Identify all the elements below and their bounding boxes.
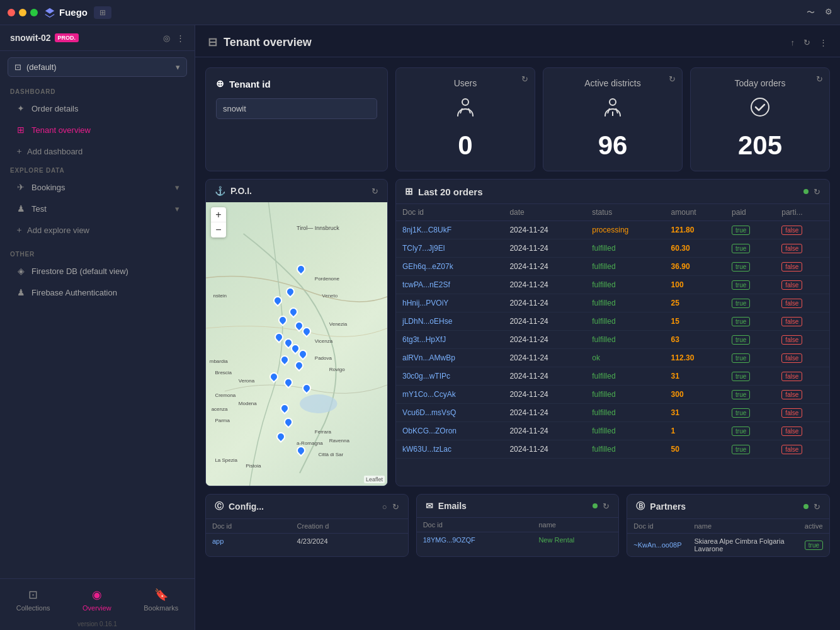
order-paid: true: [725, 258, 775, 276]
order-date: 2024-11-24: [503, 258, 586, 276]
map-label-piacenza: acenza: [212, 406, 228, 412]
order-partial: false: [775, 349, 829, 367]
order-paid: true: [725, 331, 775, 349]
order-amount: 50: [665, 440, 725, 459]
orders-refresh-icon[interactable]: ↻: [814, 187, 820, 197]
users-icon: [453, 94, 478, 125]
poi-title: P.O.I.: [230, 186, 252, 196]
map-label-cremona: Cremona: [215, 392, 236, 398]
db-selector[interactable]: ⊡ (default) ▾: [8, 57, 187, 77]
sidebar-item-tenant-overview[interactable]: ⊞ Tenant overview: [5, 120, 190, 140]
settings-icon[interactable]: ⚙: [825, 7, 832, 18]
emails-refresh-icon[interactable]: ↻: [603, 501, 610, 511]
emails-title-text: Emails: [438, 501, 467, 511]
add-explore-label: Add explore view: [27, 226, 89, 235]
page-title: ⊟ Tenant overview: [208, 35, 312, 49]
table-row[interactable]: GEh6q...eZ07k 2024-11-24 fulfilled 36.90…: [396, 258, 829, 276]
close-button[interactable]: [8, 9, 15, 16]
activity-icon[interactable]: 〜: [807, 7, 815, 18]
sidebar-item-firebase-label: Firebase Authentication: [31, 288, 117, 297]
districts-refresh-icon[interactable]: ↻: [669, 74, 676, 84]
shield-icon: ⊕: [216, 78, 224, 89]
panel-toggle[interactable]: ⊞: [94, 6, 111, 19]
table-row[interactable]: 6tg3t...HpXfJ 2024-11-24 fulfilled 63 tr…: [396, 331, 829, 349]
svg-point-8: [300, 394, 338, 413]
add-dashboard-button[interactable]: ＋ Add dashboard: [5, 141, 190, 161]
config-refresh-icon[interactable]: ↻: [392, 502, 399, 512]
map-label-tirol: Tirol— Innsbruck: [297, 225, 339, 231]
table-row[interactable]: app 4/23/2024: [206, 534, 408, 549]
more-options-icon[interactable]: ⋮: [819, 38, 827, 47]
partners-title-text: Partners: [650, 501, 686, 512]
zoom-in-button[interactable]: +: [211, 207, 226, 222]
order-amount: 31: [665, 367, 725, 386]
order-amount: 15: [665, 312, 725, 331]
zoom-out-button[interactable]: −: [211, 222, 226, 238]
sidebar-item-label: Order details: [31, 104, 78, 113]
titlebar-icons: 〜 ⚙: [807, 7, 832, 18]
partners-header-actions: ↻: [803, 502, 820, 512]
collections-nav-item[interactable]: ⊡ Collections: [9, 585, 58, 614]
orders-refresh-icon[interactable]: ↻: [816, 74, 823, 84]
sidebar-item-firestore-label: Firestore DB (default view): [31, 266, 128, 276]
table-row[interactable]: ~KwAn...oo08P Skiarea Alpe Cimbra Folgar…: [627, 534, 829, 557]
emails-status-dot: [593, 503, 598, 508]
table-row[interactable]: 8nj1K...C8UkF 2024-11-24 processing 121.…: [396, 221, 829, 239]
order-amount: 60.30: [665, 239, 725, 258]
table-row[interactable]: hHnij...PVOiY 2024-11-24 fulfilled 25 tr…: [396, 294, 829, 312]
table-row[interactable]: tcwPA...nE2Sf 2024-11-24 fulfilled 100 t…: [396, 276, 829, 294]
plus-icon: ＋: [15, 224, 23, 236]
add-explore-view-button[interactable]: ＋ Add explore view: [5, 220, 190, 240]
share-icon[interactable]: ↑: [791, 38, 795, 47]
table-row[interactable]: 30c0g...wTIPc 2024-11-24 fulfilled 31 tr…: [396, 367, 829, 386]
order-amount: 36.90: [665, 258, 725, 276]
table-row[interactable]: ObKCG...ZOron 2024-11-24 fulfilled 1 tru…: [396, 422, 829, 440]
table-row[interactable]: 18YMG...9OZQF New Rental: [417, 532, 619, 548]
table-row[interactable]: alRVn...AMwBp 2024-11-24 ok 112.30 true …: [396, 349, 829, 367]
sidebar-item-firebase-auth[interactable]: ♟ Firebase Authentication: [5, 282, 190, 302]
order-doc-id: 30c0g...wTIPc: [396, 367, 503, 386]
partners-title: Ⓑ Partners: [636, 501, 686, 512]
overview-label: Overview: [82, 604, 111, 612]
partner-name: Skiarea Alpe Cimbra Folgaria Lavarone: [688, 534, 798, 557]
sidebar-item-firestore-db[interactable]: ◈ Firestore DB (default view): [5, 261, 190, 281]
config-spinning-icon: ○: [382, 502, 387, 512]
table-row[interactable]: kW63U...tzLac 2024-11-24 fulfilled 50 tr…: [396, 440, 829, 459]
partners-refresh-icon[interactable]: ↻: [814, 502, 820, 512]
sidebar-item-bookings[interactable]: ✈ Bookings ▾: [5, 177, 190, 197]
map-container[interactable]: + − Leaflet Tirol— Innsbruck nstein mbar…: [206, 202, 387, 486]
overview-nav-item[interactable]: ◉ Overview: [75, 585, 119, 614]
layout: snowit-02 PROD. ◎ ⋮ ⊡ (default) ▾ DASHBO…: [0, 25, 840, 630]
table-row[interactable]: mY1Co...CcyAk 2024-11-24 fulfilled 300 t…: [396, 386, 829, 404]
poi-refresh-icon[interactable]: ↻: [372, 186, 378, 196]
notification-icon[interactable]: ◎: [163, 33, 170, 43]
svg-line-4: [608, 108, 610, 113]
tenant-id-label: Tenant id: [229, 79, 271, 89]
map-label-parma: Parma: [215, 418, 230, 423]
emails-card: ✉ Emails ↻ Doc id name: [416, 494, 620, 557]
table-row[interactable]: jLDhN...oEHse 2024-11-24 fulfilled 15 tr…: [396, 312, 829, 331]
bookmarks-nav-item[interactable]: 🔖 Bookmarks: [136, 585, 186, 614]
tenant-id-input[interactable]: [216, 98, 377, 119]
order-status: fulfilled: [586, 239, 664, 258]
table-row[interactable]: Vcu6D...msVsQ 2024-11-24 fulfilled 31 tr…: [396, 404, 829, 422]
logo-icon: [44, 7, 55, 18]
users-refresh-icon[interactable]: ↻: [521, 74, 528, 84]
order-doc-id: GEh6q...eZ07k: [396, 258, 503, 276]
version-label: version 0.16.1: [0, 618, 195, 630]
minimize-button[interactable]: [19, 9, 26, 16]
sidebar-item-test[interactable]: ♟ Test ▾: [5, 198, 190, 219]
sidebar-item-order-details[interactable]: ✦ Order details: [5, 98, 190, 118]
fullscreen-button[interactable]: [30, 9, 38, 16]
refresh-icon[interactable]: ↻: [803, 38, 810, 47]
today-orders-label: Today orders: [735, 78, 786, 88]
poi-title-group: ⚓ P.O.I.: [215, 186, 252, 196]
map-label-ravenna: Ravenna: [329, 438, 349, 444]
order-partial: false: [775, 331, 829, 349]
email-name: New Rental: [532, 532, 618, 548]
order-amount: 100: [665, 276, 725, 294]
table-row[interactable]: TCly7...Jj9El 2024-11-24 fulfilled 60.30…: [396, 239, 829, 258]
orders-icon: ⊞: [405, 186, 413, 197]
order-date: 2024-11-24: [503, 367, 586, 386]
more-options-icon[interactable]: ⋮: [176, 33, 184, 43]
